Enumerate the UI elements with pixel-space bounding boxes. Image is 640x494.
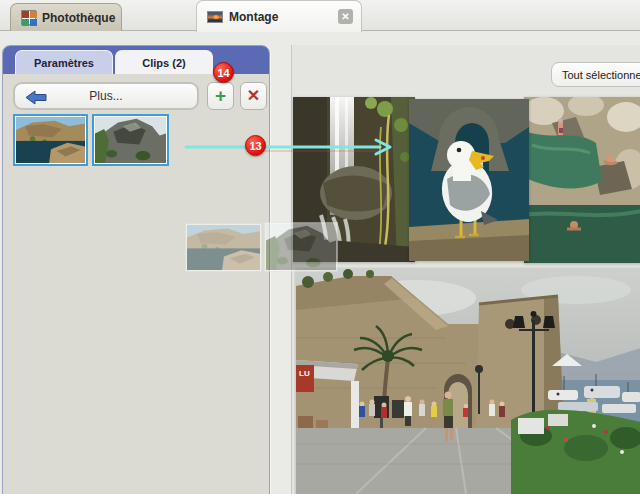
photo-library-icon — [21, 10, 36, 25]
select-all-button[interactable]: Tout sélectionner — [551, 62, 640, 87]
back-arrow-icon — [25, 90, 47, 105]
tab-clips[interactable]: Clips (2) — [115, 50, 213, 74]
tab-parametres[interactable]: Paramètres — [15, 50, 113, 74]
svg-text:LU: LU — [299, 369, 310, 378]
tab-montage-label: Montage — [229, 10, 278, 24]
annotation-badge-14: 14 — [213, 62, 234, 83]
montage-photo-swimming-hole[interactable] — [524, 97, 640, 263]
clips-panel: Paramètres Clips (2) Plus... + ✕ — [2, 45, 270, 494]
clip-thumbnail-rocky[interactable] — [92, 114, 169, 166]
tab-clips-label: Clips (2) — [142, 57, 185, 69]
delete-clip-button[interactable]: ✕ — [240, 82, 267, 110]
plus-button-label: Plus... — [89, 89, 122, 103]
montage-photo-seagull[interactable] — [409, 99, 529, 261]
tab-montage[interactable]: Montage ✕ — [196, 0, 362, 32]
app-tab-bar: Photothèque Montage ✕ — [0, 0, 640, 31]
montage-photo-citadel-town[interactable]: LU — [296, 268, 640, 494]
add-clip-button[interactable]: + — [207, 82, 234, 110]
montage-photo-waterfall[interactable] — [293, 97, 415, 262]
close-tab-icon[interactable]: ✕ — [338, 9, 353, 24]
montage-panel: Tout sélectionner — [291, 45, 640, 494]
tab-parametres-label: Paramètres — [34, 57, 94, 69]
montage-tab-icon — [207, 11, 223, 23]
tab-phototheque[interactable]: Photothèque — [10, 3, 122, 31]
clip-thumbnail-coastal[interactable] — [13, 114, 88, 166]
tab-phototheque-label: Photothèque — [42, 11, 115, 25]
plus-button[interactable]: Plus... — [13, 82, 199, 110]
annotation-badge-13: 13 — [245, 135, 266, 156]
